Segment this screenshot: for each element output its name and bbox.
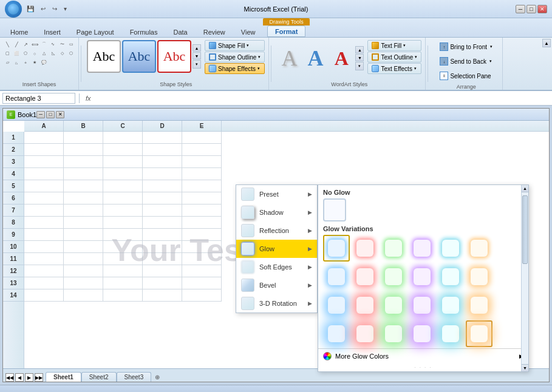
shape-curve-icon[interactable]: 〜 <box>58 40 66 49</box>
workbook-close-btn[interactable]: ✕ <box>56 111 64 118</box>
cell-B1[interactable] <box>64 132 103 144</box>
glow-item-1[interactable] <box>352 235 378 262</box>
text-fill-btn[interactable]: Text Fill ▾ <box>367 40 421 51</box>
cell-C6[interactable] <box>103 192 143 204</box>
cell-D7[interactable] <box>143 204 182 217</box>
glow-item-7[interactable] <box>352 263 378 290</box>
cell-D8[interactable] <box>143 217 182 229</box>
glow-item-6[interactable] <box>323 263 350 290</box>
shape-diamond-icon[interactable]: ◇ <box>58 49 66 58</box>
cell-B12[interactable] <box>64 265 103 277</box>
shape-hex-icon[interactable]: ⬡ <box>67 49 75 58</box>
cell-B6[interactable] <box>64 192 103 204</box>
style-more[interactable]: ▾ <box>193 60 201 69</box>
glow-item-17[interactable] <box>466 292 492 319</box>
row-header-14[interactable]: 14 <box>3 289 24 302</box>
cell-E12[interactable] <box>182 265 222 277</box>
cell-A8[interactable] <box>24 217 64 229</box>
wordart-sample-2[interactable]: A <box>303 40 327 76</box>
glow-item-14[interactable] <box>380 292 407 319</box>
cell-A3[interactable] <box>24 156 64 168</box>
shape-rounded-rect-icon[interactable]: ▢ <box>3 49 12 58</box>
wordart-more[interactable]: ▾ <box>355 62 364 70</box>
cell-E6[interactable] <box>182 192 222 204</box>
col-header-E[interactable]: E <box>182 121 222 131</box>
cell-E2[interactable] <box>182 144 222 156</box>
wordart-sample-1[interactable]: A <box>277 40 301 76</box>
shape-line-icon[interactable]: ╱ <box>12 40 21 49</box>
cell-D6[interactable] <box>143 192 182 204</box>
row-header-13[interactable]: 13 <box>3 277 24 289</box>
row-header-9[interactable]: 9 <box>3 229 24 241</box>
cell-D11[interactable] <box>143 253 182 265</box>
cell-E1[interactable] <box>182 132 222 144</box>
cell-E4[interactable] <box>182 168 222 180</box>
cell-D1[interactable] <box>143 132 182 144</box>
wordart-scroll-down[interactable]: ▼ <box>355 54 364 61</box>
glow-item-20[interactable] <box>380 320 407 347</box>
shape-triangle-icon[interactable]: △ <box>39 49 48 58</box>
tab-page-layout[interactable]: Page Layout <box>69 26 122 37</box>
send-to-back-btn[interactable]: ↓ Send to Back ▾ <box>436 55 495 68</box>
row-header-8[interactable]: 8 <box>3 217 24 229</box>
cell-C3[interactable] <box>103 156 143 168</box>
cell-C10[interactable] <box>103 241 143 253</box>
glow-item-15[interactable] <box>409 292 435 319</box>
shape-oval-icon[interactable]: ○ <box>30 49 39 58</box>
cell-B8[interactable] <box>64 217 103 229</box>
scrollbar-thumb[interactable] <box>522 195 528 264</box>
cell-C4[interactable] <box>103 168 143 180</box>
cell-B5[interactable] <box>64 180 103 192</box>
row-header-10[interactable]: 10 <box>3 241 24 253</box>
cell-B3[interactable] <box>64 156 103 168</box>
sheet-nav-next[interactable]: ▶ <box>25 373 33 382</box>
cell-A1[interactable] <box>24 132 64 144</box>
cell-D4[interactable] <box>143 168 182 180</box>
glow-item-10[interactable] <box>437 263 464 290</box>
cell-E13[interactable] <box>182 277 222 289</box>
text-outline-btn[interactable]: Text Outline ▾ <box>367 52 421 63</box>
more-glow-colors-btn[interactable]: More Glow Colors ▶ <box>318 348 528 363</box>
cell-B9[interactable] <box>64 229 103 241</box>
cell-E10[interactable] <box>182 241 222 253</box>
glow-item-3[interactable] <box>409 235 435 262</box>
cell-D12[interactable] <box>143 265 182 277</box>
shape-trap-icon[interactable]: ⏢ <box>12 58 21 67</box>
cell-E11[interactable] <box>182 253 222 265</box>
cell-D5[interactable] <box>143 180 182 192</box>
glow-item-19[interactable] <box>352 320 378 347</box>
cell-C7[interactable] <box>103 204 143 217</box>
glow-item-0[interactable] <box>323 235 350 262</box>
cell-A2[interactable] <box>24 144 64 156</box>
shape-fill-btn[interactable]: Shape Fill ▾ <box>205 40 265 51</box>
more-btn[interactable]: ▾ <box>61 4 69 13</box>
cell-D10[interactable] <box>143 241 182 253</box>
office-orb[interactable] <box>5 1 22 18</box>
row-header-12[interactable]: 12 <box>3 265 24 277</box>
glow-item-23-selected[interactable] <box>466 320 492 347</box>
save-btn[interactable]: 💾 <box>24 4 36 13</box>
cell-A12[interactable] <box>24 265 64 277</box>
shape-para-icon[interactable]: ▱ <box>3 58 12 67</box>
shape-outline-btn[interactable]: Shape Outline ▾ <box>205 52 265 63</box>
cell-B11[interactable] <box>64 253 103 265</box>
col-header-A[interactable]: A <box>24 121 64 131</box>
row-header-11[interactable]: 11 <box>3 253 24 265</box>
glow-item-4[interactable] <box>437 235 464 262</box>
row-header-4[interactable]: 4 <box>3 168 24 180</box>
cell-D14[interactable] <box>143 289 182 302</box>
tab-home[interactable]: Home <box>2 26 36 37</box>
cell-E3[interactable] <box>182 156 222 168</box>
cell-C5[interactable] <box>103 180 143 192</box>
col-header-C[interactable]: C <box>103 121 143 131</box>
ribbon-collapse-btn[interactable]: ▲ <box>542 39 551 47</box>
sheet-nav-prev[interactable]: ◀ <box>15 373 24 382</box>
sheet-tab-3[interactable]: Sheet3 <box>117 372 152 382</box>
cell-E5[interactable] <box>182 180 222 192</box>
menu-item-reflection[interactable]: Reflection ▶ <box>236 221 317 240</box>
cell-C8[interactable] <box>103 217 143 229</box>
cell-A14[interactable] <box>24 289 64 302</box>
cell-E8[interactable] <box>182 217 222 229</box>
cell-B13[interactable] <box>64 277 103 289</box>
glow-item-5[interactable] <box>466 235 492 262</box>
